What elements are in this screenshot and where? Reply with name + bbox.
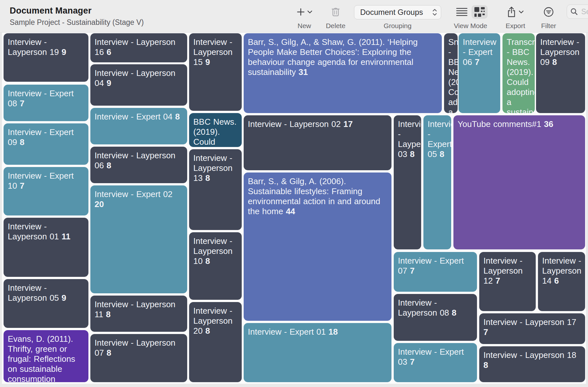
treemap-tile[interactable]: BBC News. (2019). Could adopting a susta… bbox=[189, 113, 242, 147]
treemap-tile[interactable]: Interview - Layperson 09 8 bbox=[536, 33, 585, 113]
search-input[interactable] bbox=[581, 7, 588, 16]
tile-title: Interview - Expert 09 bbox=[8, 127, 74, 147]
list-view-button[interactable] bbox=[453, 5, 470, 18]
tile-count: 9 bbox=[205, 57, 210, 67]
tile-count: 9 bbox=[106, 78, 111, 88]
tile-title: Interview - Layperson 15 bbox=[193, 37, 232, 67]
tile-count: 8 bbox=[20, 137, 24, 147]
tile-count: 8 bbox=[452, 308, 456, 318]
tile-title: Interview - Expert 04 bbox=[95, 112, 172, 121]
tile-title: Interview - Layperson 19 bbox=[8, 37, 59, 57]
filter-label: Filter bbox=[537, 22, 560, 30]
header-toolbar: Document Manager Sample Project - Sustai… bbox=[0, 0, 588, 33]
tile-title: Interview - Layperson 03 bbox=[398, 119, 421, 159]
treemap-tile[interactable]: Interview - Expert 02 20 bbox=[90, 185, 187, 293]
filter-icon bbox=[543, 7, 554, 17]
treemap-tile[interactable]: Interview - Expert 04 8 bbox=[90, 108, 187, 144]
treemap-tile[interactable]: Interview - Layperson 06 8 bbox=[90, 147, 187, 183]
share-icon bbox=[507, 6, 516, 17]
search-icon bbox=[570, 8, 578, 16]
tile-title: Interview - Expert 06 bbox=[463, 37, 496, 67]
treemap-tile[interactable]: Interview - Layperson 19 9 bbox=[4, 33, 88, 82]
treemap-tile[interactable]: Interview - Layperson 10 8 bbox=[189, 232, 242, 300]
export-button[interactable] bbox=[504, 5, 526, 19]
export-group: Export bbox=[501, 0, 530, 32]
new-label: New bbox=[290, 22, 319, 30]
treemap-tile[interactable]: Transcript - BBC News. (2019). Could ado… bbox=[502, 33, 535, 113]
page-title: Document Manager bbox=[10, 6, 144, 16]
tile-count: 18 bbox=[329, 327, 338, 337]
treemap-tile[interactable]: Interview - Expert 07 7 bbox=[394, 252, 477, 292]
new-button[interactable] bbox=[294, 6, 315, 18]
tile-title: Interview - Expert 02 bbox=[95, 189, 172, 199]
treemap-tile[interactable]: YouTube comments#1 36 bbox=[453, 115, 585, 249]
treemap-tile[interactable]: Interview - Layperson 08 8 bbox=[394, 294, 477, 341]
tile-count: 36 bbox=[544, 119, 553, 129]
tile-count: 8 bbox=[205, 256, 210, 266]
treemap-tile[interactable]: Interview - Expert 08 7 bbox=[4, 85, 88, 121]
treemap-tile[interactable]: Evans, D. (2011). Thrifty, green or frug… bbox=[4, 330, 88, 382]
export-label: Export bbox=[501, 22, 530, 30]
tile-title: Interview - Layperson 13 bbox=[193, 153, 232, 183]
treemap-tile[interactable]: Interview - Layperson 03 8 bbox=[394, 115, 421, 249]
tile-title: YouTube comments#1 bbox=[458, 119, 541, 129]
treemap-tile[interactable]: Interview - Layperson 20 8 bbox=[189, 302, 242, 382]
filter-group: Filter bbox=[537, 0, 560, 32]
treemap-tile[interactable]: Interview - Layperson 17 7 bbox=[479, 313, 585, 344]
treemap-tile[interactable]: Interview - Expert 06 7 bbox=[459, 33, 500, 113]
treemap-tile[interactable]: Interview - Layperson 11 8 bbox=[90, 296, 187, 332]
tile-count: 7 bbox=[20, 99, 24, 108]
grouping-group: Grouping bbox=[354, 0, 441, 32]
treemap-tile[interactable]: Interview - Layperson 05 9 bbox=[4, 279, 88, 328]
list-icon bbox=[456, 7, 468, 17]
page-subtitle: Sample Project - Sustainability (Stage V… bbox=[10, 18, 144, 27]
tile-title: Interview - Expert 01 bbox=[248, 327, 326, 337]
treemap-tile[interactable]: Interview - Layperson 13 8 bbox=[189, 149, 242, 230]
tile-title: Interview - Layperson 12 bbox=[483, 256, 522, 286]
delete-button[interactable] bbox=[328, 5, 343, 19]
tile-count: 7 bbox=[475, 57, 479, 67]
treemap-tile[interactable]: Interview - Layperson 02 17 bbox=[244, 115, 391, 170]
tile-title: Interview - Layperson 09 bbox=[540, 37, 579, 67]
treemap-tile[interactable]: Interview - Layperson 14 6 bbox=[538, 252, 585, 311]
treemap-tile[interactable]: Barr, S., & Gilg, A. (2006). Sustainable… bbox=[244, 173, 391, 321]
treemap-tile[interactable]: Interview - Layperson 07 8 bbox=[90, 334, 187, 382]
tile-title: Interview - Layperson 02 bbox=[248, 119, 341, 129]
tile-title: Interview - Layperson 01 bbox=[8, 222, 59, 241]
treemap-view-button[interactable] bbox=[471, 5, 488, 19]
delete-label: Delete bbox=[322, 22, 349, 30]
treemap-tile[interactable]: Interview - Expert 03 7 bbox=[394, 343, 477, 382]
treemap-tile[interactable]: Interview - Expert 09 8 bbox=[4, 123, 88, 165]
treemap-tile[interactable]: Interview - Expert 05 8 bbox=[423, 115, 451, 249]
tile-count: 7 bbox=[20, 181, 24, 191]
search-box[interactable] bbox=[567, 5, 588, 19]
tile-title: Interview - Layperson 10 bbox=[193, 236, 232, 266]
treemap-tile[interactable]: Interview - Layperson 04 9 bbox=[90, 64, 187, 106]
treemap-tile[interactable]: Snapshot - BBC News. (2019). Could adopt… bbox=[444, 33, 458, 113]
tile-count: 6 bbox=[554, 276, 559, 286]
treemap-tile[interactable]: Interview - Layperson 18 8 bbox=[479, 346, 585, 382]
treemap-tile[interactable]: Interview - Layperson 16 6 bbox=[90, 33, 187, 62]
treemap-tile[interactable]: Interview - Layperson 01 11 bbox=[4, 218, 88, 277]
tile-title: Transcript - BBC News. (2019). Could ado… bbox=[507, 37, 535, 113]
view-mode-label: View Mode bbox=[447, 22, 494, 30]
tile-count: 8 bbox=[106, 348, 111, 358]
delete-group: Delete bbox=[322, 0, 349, 32]
treemap-tile[interactable]: Barr, S., Gilg, A., & Shaw, G. (2011). ‘… bbox=[244, 33, 442, 113]
tile-count: 9 bbox=[62, 293, 66, 303]
title-block: Document Manager Sample Project - Sustai… bbox=[10, 6, 144, 27]
filter-button[interactable] bbox=[541, 5, 556, 19]
tile-count: 8 bbox=[106, 309, 110, 319]
tile-title: Interview - Layperson 18 bbox=[483, 350, 576, 360]
treemap-tile[interactable]: Interview - Layperson 12 7 bbox=[479, 252, 536, 311]
tile-count: 8 bbox=[205, 173, 210, 183]
plus-icon bbox=[296, 7, 305, 16]
tile-count: 9 bbox=[62, 47, 66, 57]
treemap-tile[interactable]: Interview - Expert 10 7 bbox=[4, 167, 88, 215]
chevron-down-icon bbox=[519, 10, 524, 14]
treemap-tile[interactable]: Interview - Layperson 15 9 bbox=[189, 33, 242, 111]
view-mode-group: View Mode bbox=[447, 0, 494, 32]
tile-count: 20 bbox=[95, 199, 104, 209]
tile-title: Interview - Expert 08 bbox=[8, 89, 74, 108]
treemap-tile[interactable]: Interview - Expert 01 18 bbox=[244, 323, 391, 382]
